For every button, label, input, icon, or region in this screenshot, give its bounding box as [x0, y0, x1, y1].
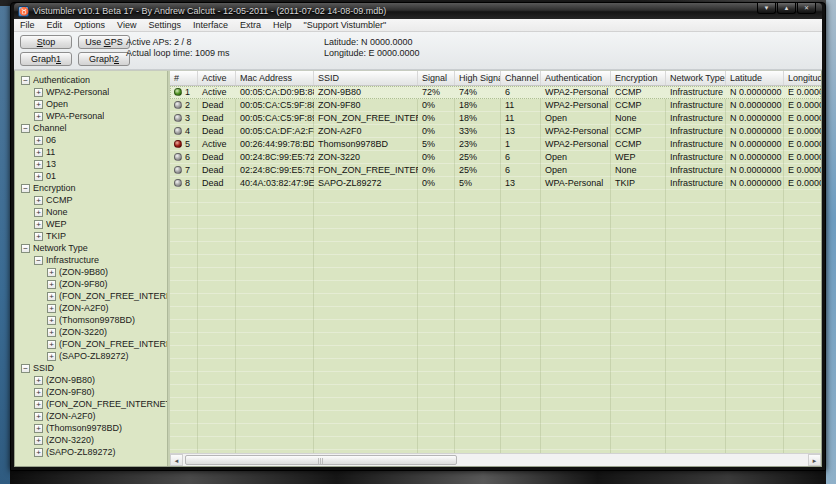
tree-item-tkip[interactable]: +TKIP	[18, 230, 167, 242]
tree-item-thomson9978bd[interactable]: +(Thomson9978BD)	[18, 314, 167, 326]
menu-file[interactable]: File	[14, 19, 41, 32]
column-header-channel[interactable]: Channel	[501, 71, 541, 85]
tree-item-ccmp[interactable]: +CCMP	[18, 194, 167, 206]
expand-icon[interactable]: +	[34, 136, 43, 145]
table-row[interactable]: 3Dead00:05:CA:C5:9F:89FON_ZON_FREE_INTER…	[170, 112, 821, 125]
title-bar[interactable]: ♉ Vistumbler v10.1 Beta 17 - By Andrew C…	[14, 3, 822, 19]
table-row[interactable]: 7Dead02:24:8C:99:E5:73FON_ZON_FREE_INTER…	[170, 164, 821, 177]
menu-options[interactable]: Options	[68, 19, 111, 32]
expand-icon[interactable]: +	[34, 424, 43, 433]
expand-icon[interactable]: +	[34, 388, 43, 397]
expand-icon[interactable]: +	[34, 196, 43, 205]
table-row[interactable]: 5Active00:26:44:99:78:BDThomson9978BD5%2…	[170, 138, 821, 151]
scroll-left-icon[interactable]: ◄	[170, 454, 183, 466]
expand-icon[interactable]: +	[34, 88, 43, 97]
menu-settings[interactable]: Settings	[142, 19, 187, 32]
expand-icon[interactable]: +	[34, 232, 43, 241]
menu-edit[interactable]: Edit	[41, 19, 69, 32]
expand-icon[interactable]: +	[47, 292, 56, 301]
column-header-latitude[interactable]: Latitude	[726, 71, 784, 85]
graph2-button[interactable]: Graph2	[78, 52, 130, 66]
column-header-active[interactable]: Active	[198, 71, 236, 85]
tree-item-01[interactable]: +01	[18, 170, 167, 182]
expand-icon[interactable]: +	[47, 268, 56, 277]
tree-item-fon-zon-free-internet[interactable]: +(FON_ZON_FREE_INTERNET)	[18, 290, 167, 302]
tree-item-11[interactable]: +11	[18, 146, 167, 158]
tree-item-zon-3220[interactable]: +(ZON-3220)	[18, 434, 167, 446]
tree-item-infrastructure[interactable]: −Infrastructure	[18, 254, 167, 266]
minimize-button[interactable]: ▼	[757, 3, 776, 14]
tree-item-authentication[interactable]: −Authentication	[18, 74, 167, 86]
expand-icon[interactable]: +	[34, 100, 43, 109]
column-header-network-type[interactable]: Network Type	[666, 71, 726, 85]
graph1-button[interactable]: Graph1	[20, 52, 72, 66]
menu-extra[interactable]: Extra	[234, 19, 267, 32]
tree-item-zon-a2f0[interactable]: +(ZON-A2F0)	[18, 302, 167, 314]
expand-icon[interactable]: +	[34, 400, 43, 409]
column-header-encryption[interactable]: Encryption	[611, 71, 666, 85]
tree-item-fon-zon-free-internet[interactable]: +(FON_ZON_FREE_INTERNET)	[18, 398, 167, 410]
expand-icon[interactable]: +	[47, 304, 56, 313]
tree-item-channel[interactable]: −Channel	[18, 122, 167, 134]
expand-icon[interactable]: +	[34, 160, 43, 169]
collapse-icon[interactable]: −	[21, 184, 30, 193]
expand-icon[interactable]: +	[34, 448, 43, 457]
tree-item-ssid[interactable]: −SSID	[18, 362, 167, 374]
expand-icon[interactable]: +	[34, 208, 43, 217]
tree-item-none[interactable]: +None	[18, 206, 167, 218]
tree-item-zon-9f80[interactable]: +(ZON-9F80)	[18, 278, 167, 290]
scrollbar-thumb[interactable]	[185, 455, 457, 465]
expand-icon[interactable]: +	[34, 436, 43, 445]
table-row[interactable]: 1Active00:05:CA:D0:9B:88ZON-9B8072%74%6W…	[170, 86, 821, 99]
expand-icon[interactable]: +	[34, 412, 43, 421]
tree-item-thomson9978bd[interactable]: +(Thomson9978BD)	[18, 422, 167, 434]
tree-item-wpa-personal[interactable]: +WPA-Personal	[18, 110, 167, 122]
column-header-authentication[interactable]: Authentication	[541, 71, 611, 85]
table-row[interactable]: 4Dead00:05:CA:DF:A2:F8ZON-A2F00%33%13WPA…	[170, 125, 821, 138]
expand-icon[interactable]: +	[34, 148, 43, 157]
tree-item-13[interactable]: +13	[18, 158, 167, 170]
tree-item-wpa2-personal[interactable]: +WPA2-Personal	[18, 86, 167, 98]
collapse-icon[interactable]: −	[21, 364, 30, 373]
column-header-high-signal[interactable]: High Signal	[455, 71, 501, 85]
menu-interface[interactable]: Interface	[187, 19, 234, 32]
column-header-mac-address[interactable]: Mac Address	[236, 71, 314, 85]
expand-icon[interactable]: +	[47, 352, 56, 361]
tree-item-zon-9b80[interactable]: +(ZON-9B80)	[18, 266, 167, 278]
expand-icon[interactable]: +	[34, 376, 43, 385]
tree-item-fon-zon-free-internet[interactable]: +(FON_ZON_FREE_INTERNET)	[18, 338, 167, 350]
tree-item-sapo-zl89272[interactable]: +(SAPO-ZL89272)	[18, 350, 167, 362]
tree-item-zon-3220[interactable]: +(ZON-3220)	[18, 326, 167, 338]
tree-item-wep[interactable]: +WEP	[18, 218, 167, 230]
scroll-right-icon[interactable]: ►	[808, 454, 821, 466]
close-button[interactable]: ✕	[797, 3, 816, 14]
tree-item-06[interactable]: +06	[18, 134, 167, 146]
tree-item-zon-9b80[interactable]: +(ZON-9B80)	[18, 374, 167, 386]
tree-item-encryption[interactable]: −Encryption	[18, 182, 167, 194]
column-header-longitude[interactable]: Longitude	[784, 71, 821, 85]
expand-icon[interactable]: +	[47, 340, 56, 349]
menu-help[interactable]: Help	[267, 19, 298, 32]
column-header-signal[interactable]: Signal	[418, 71, 455, 85]
collapse-icon[interactable]: −	[21, 244, 30, 253]
expand-icon[interactable]: +	[47, 280, 56, 289]
tree-item-sapo-zl89272[interactable]: +(SAPO-ZL89272)	[18, 446, 167, 458]
column-header-[interactable]: #	[170, 71, 198, 85]
expand-icon[interactable]: +	[47, 328, 56, 337]
collapse-icon[interactable]: −	[34, 256, 43, 265]
expand-icon[interactable]: +	[34, 172, 43, 181]
tree-item-open[interactable]: +Open	[18, 98, 167, 110]
stop-button[interactable]: Stop	[20, 35, 72, 49]
tree-item-network-type[interactable]: −Network Type	[18, 242, 167, 254]
maximize-button[interactable]: ▲	[777, 3, 796, 14]
expand-icon[interactable]: +	[47, 316, 56, 325]
use-gps-button[interactable]: Use GPS	[78, 35, 130, 49]
expand-icon[interactable]: +	[34, 112, 43, 121]
menu-view[interactable]: View	[111, 19, 142, 32]
table-row[interactable]: 2Dead00:05:CA:C5:9F:88ZON-9F800%18%11WPA…	[170, 99, 821, 112]
collapse-icon[interactable]: −	[21, 76, 30, 85]
collapse-icon[interactable]: −	[21, 124, 30, 133]
tree-item-zon-9f80[interactable]: +(ZON-9F80)	[18, 386, 167, 398]
h-scrollbar[interactable]: ◄ ►	[170, 453, 821, 466]
expand-icon[interactable]: +	[34, 220, 43, 229]
